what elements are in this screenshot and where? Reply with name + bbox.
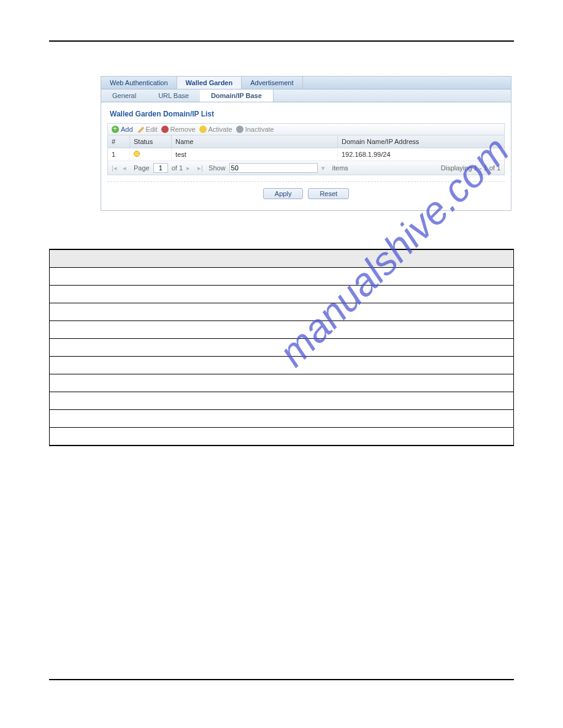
remove-label: Remove [170, 126, 196, 133]
desc-desc [136, 303, 513, 320]
col-status[interactable]: Status [130, 135, 172, 148]
desc-desc [136, 321, 513, 338]
desc-desc [136, 374, 513, 392]
col-index[interactable]: # [108, 135, 130, 148]
add-button[interactable]: Add [112, 126, 133, 133]
desc-table-row [50, 339, 513, 357]
edit-label: Edit [146, 126, 158, 133]
desc-desc [136, 357, 513, 374]
toolbar: Add Edit Remove Activate Inactivate [107, 123, 505, 135]
desc-table-row [50, 392, 513, 410]
activate-label: Activate [209, 126, 232, 133]
desc-table-row [50, 303, 513, 321]
desc-label [50, 339, 136, 356]
bulb-icon [134, 151, 140, 157]
panel-title: Walled Garden Domain/IP List [110, 110, 505, 118]
desc-desc [136, 428, 513, 445]
edit-button[interactable]: Edit [137, 126, 158, 133]
desc-table-row [50, 268, 513, 286]
desc-desc [136, 339, 513, 356]
activate-button[interactable]: Activate [199, 126, 232, 133]
page-input[interactable] [153, 163, 168, 173]
show-label: Show [209, 164, 226, 172]
last-page-icon[interactable]: ▸| [197, 164, 205, 172]
next-page-icon[interactable]: ▸ [186, 164, 194, 172]
subtab-general[interactable]: General [101, 89, 147, 102]
items-label: items [332, 164, 348, 172]
cell-index: 1 [108, 148, 130, 161]
page-rule [49, 679, 514, 680]
desc-table-row [50, 357, 513, 374]
desc-desc [136, 410, 513, 427]
desc-table-row [50, 286, 513, 303]
reset-button[interactable]: Reset [308, 188, 349, 199]
desc-header-description [136, 250, 513, 267]
desc-table-row [50, 428, 513, 445]
desc-label [50, 410, 136, 427]
add-icon [112, 126, 119, 133]
cell-domain: 192.168.1.99/24 [338, 148, 504, 161]
desc-label [50, 374, 136, 392]
desc-label [50, 321, 136, 338]
primary-tabbar: Web Authentication Walled Garden Adverti… [101, 77, 511, 89]
desc-label [50, 303, 136, 320]
edit-icon [137, 126, 144, 133]
chevron-down-icon[interactable]: ▾ [321, 164, 329, 172]
col-domain[interactable]: Domain Name/IP Address [338, 135, 504, 148]
grid-header: # Status Name Domain Name/IP Address [107, 135, 505, 148]
desc-label [50, 268, 136, 285]
prev-page-icon[interactable]: ◂ [123, 164, 130, 172]
page-label: Page [134, 164, 150, 172]
footer-buttons: Apply Reset [107, 181, 505, 204]
page-rule [49, 40, 514, 42]
tab-walled-garden[interactable]: Walled Garden [177, 77, 242, 89]
first-page-icon[interactable]: |◂ [112, 164, 119, 172]
cell-status [130, 148, 172, 161]
desc-label [50, 428, 136, 445]
cell-name: test [172, 148, 338, 161]
apply-button[interactable]: Apply [263, 188, 304, 199]
desc-desc [136, 392, 513, 409]
desc-table-row [50, 410, 513, 428]
page-of-label: of 1 [172, 164, 183, 172]
desc-desc [136, 286, 513, 303]
tab-advertisement[interactable]: Advertisement [242, 77, 302, 89]
inactivate-label: Inactivate [245, 126, 274, 133]
desc-table-row [50, 374, 513, 392]
subtab-domain-ip-base[interactable]: Domain/IP Base [200, 89, 274, 102]
desc-label [50, 357, 136, 374]
desc-label [50, 286, 136, 303]
table-row[interactable]: 1 test 192.168.1.99/24 [107, 148, 505, 161]
add-label: Add [121, 126, 133, 133]
panel-body: Walled Garden Domain/IP List Add Edit Re… [101, 102, 511, 210]
desc-header-label [50, 250, 136, 267]
inactivate-button[interactable]: Inactivate [236, 126, 274, 133]
desc-label [50, 392, 136, 409]
description-table [49, 249, 514, 446]
pager-bar: |◂ ◂ Page of 1 ▸ ▸| Show ▾ items Display… [107, 161, 505, 175]
activate-icon [199, 126, 207, 133]
desc-table-header-row [50, 250, 513, 268]
remove-icon [161, 126, 169, 133]
desc-table-row [50, 321, 513, 339]
subtab-url-base[interactable]: URL Base [147, 89, 200, 102]
inactivate-icon [236, 126, 243, 133]
secondary-tabbar: General URL Base Domain/IP Base [101, 89, 511, 102]
tab-web-authentication[interactable]: Web Authentication [101, 77, 177, 89]
desc-desc [136, 268, 513, 285]
show-select[interactable] [229, 163, 318, 173]
pager-summary: Displaying 1 - 1 of 1 [441, 164, 500, 172]
remove-button[interactable]: Remove [161, 126, 196, 133]
ui-shot-panel: Web Authentication Walled Garden Adverti… [101, 76, 511, 211]
col-name[interactable]: Name [172, 135, 338, 148]
